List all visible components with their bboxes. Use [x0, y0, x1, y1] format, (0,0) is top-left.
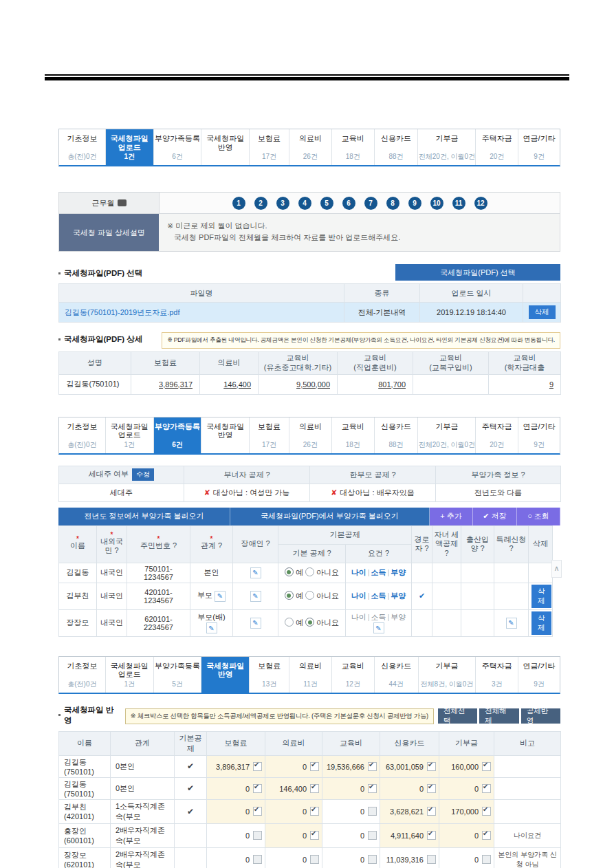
checkbox[interactable]: [310, 831, 319, 840]
tab-tabbar-upload-10[interactable]: 연금/기타9건: [518, 129, 560, 165]
tab-tabbar-reflect-1[interactable]: 국세청파일 업로드1건: [106, 657, 154, 693]
tab-tabbar-reflect-9[interactable]: 주택자금3건: [476, 657, 518, 693]
tab-tabbar-reflect-3[interactable]: 국세청파일 반영: [201, 657, 250, 693]
month-circle-1[interactable]: 1: [232, 197, 245, 210]
criteria-link-나이[interactable]: 나이: [351, 592, 366, 600]
checkbox[interactable]: [427, 831, 436, 840]
edit-pencil-icon[interactable]: ✎: [373, 622, 384, 633]
pdf-file-delete-button[interactable]: 삭제: [529, 305, 556, 319]
checkbox[interactable]: [253, 831, 262, 840]
reflect-button-0[interactable]: 전체선택: [438, 708, 477, 724]
criteria-link-나이[interactable]: 나이: [351, 568, 366, 576]
criteria-link-부양[interactable]: 부양: [391, 613, 406, 621]
tab-tabbar-upload-5[interactable]: 의료비26건: [289, 129, 332, 165]
month-circle-12[interactable]: 12: [474, 197, 487, 210]
tab-tabbar-upload-2[interactable]: 부양가족등록6건: [154, 129, 202, 165]
criteria-link-부양[interactable]: 부양: [391, 592, 406, 600]
tab-tabbar-family-0[interactable]: 기초정보총(전)0건: [59, 417, 106, 453]
action-button-1[interactable]: 국세청파일(PDF)에서 부양가족 불러오기: [230, 508, 430, 525]
checkbox[interactable]: [253, 855, 262, 864]
criteria-link-부양[interactable]: 부양: [391, 568, 406, 576]
checkbox[interactable]: [253, 807, 262, 816]
tab-tabbar-upload-4[interactable]: 보험료17건: [250, 129, 289, 165]
checkbox[interactable]: [482, 807, 491, 816]
tab-tabbar-family-6[interactable]: 교육비18건: [332, 417, 375, 453]
checkbox[interactable]: [310, 855, 319, 864]
checkbox[interactable]: [368, 807, 377, 816]
radio-yes[interactable]: [285, 567, 294, 576]
pdf-file-name[interactable]: 김길동(750101)-2019년도자료.pdf: [59, 303, 344, 323]
tab-tabbar-family-9[interactable]: 주택자금20건: [476, 417, 518, 453]
edit-pencil-icon[interactable]: ✎: [206, 622, 217, 633]
action-button-2[interactable]: + 추가: [430, 508, 473, 525]
radio-yes[interactable]: [285, 591, 294, 600]
month-circle-5[interactable]: 5: [320, 197, 333, 210]
criteria-link-소득[interactable]: 소득: [371, 568, 386, 576]
pdf-file-row[interactable]: 김길동(750101)-2019년도자료.pdf 전체-기본내역 2019.12…: [59, 303, 561, 323]
tab-tabbar-upload-6[interactable]: 교육비18건: [332, 129, 375, 165]
tab-tabbar-reflect-2[interactable]: 부양가족등록5건: [154, 657, 202, 693]
tooltip-icon[interactable]: [118, 199, 127, 206]
criteria-link-소득[interactable]: 소득: [371, 613, 386, 621]
edit-pencil-icon[interactable]: ✎: [250, 618, 261, 629]
tab-tabbar-family-5[interactable]: 의료비26건: [289, 417, 332, 453]
checkbox[interactable]: [427, 807, 436, 816]
tab-tabbar-family-2[interactable]: 부양가족등록6건: [154, 417, 202, 453]
edit-pencil-icon[interactable]: ✎: [506, 618, 517, 629]
checkbox[interactable]: [368, 831, 377, 840]
tab-tabbar-family-10[interactable]: 연금/기타9건: [518, 417, 560, 453]
edit-pencil-icon[interactable]: ✎: [250, 591, 261, 602]
action-button-4[interactable]: ○ 조회: [517, 508, 560, 525]
tab-tabbar-upload-9[interactable]: 주택자금20건: [476, 129, 518, 165]
checkbox[interactable]: [368, 784, 377, 793]
tab-tabbar-upload-0[interactable]: 기초정보총(전)0건: [59, 129, 106, 165]
criteria-link-나이[interactable]: 나이: [351, 613, 366, 621]
tab-tabbar-reflect-7[interactable]: 신용카드44건: [375, 657, 419, 693]
checkbox[interactable]: [310, 807, 319, 816]
action-button-3[interactable]: ✔ 저장: [473, 508, 517, 525]
tab-tabbar-reflect-4[interactable]: 보험료13건: [250, 657, 289, 693]
month-circle-6[interactable]: 6: [342, 197, 355, 210]
checkbox[interactable]: [427, 855, 436, 864]
tab-tabbar-upload-7[interactable]: 신용카드88건: [375, 129, 419, 165]
month-circle-8[interactable]: 8: [386, 197, 399, 210]
delete-button[interactable]: 삭제: [531, 585, 551, 608]
checkbox[interactable]: [253, 762, 262, 771]
tab-tabbar-family-1[interactable]: 국세청파일 업로드1건: [106, 417, 154, 453]
month-circle-10[interactable]: 10: [430, 197, 443, 210]
tab-tabbar-reflect-8[interactable]: 기부금전체8건, 이월0건: [419, 657, 476, 693]
checkbox[interactable]: [310, 762, 319, 771]
tab-tabbar-family-4[interactable]: 보험료17건: [250, 417, 289, 453]
tab-tabbar-family-8[interactable]: 기부금전체20건, 이월0건: [418, 417, 476, 453]
month-circle-4[interactable]: 4: [298, 197, 311, 210]
tab-tabbar-reflect-5[interactable]: 의료비11건: [289, 657, 332, 693]
tab-tabbar-upload-8[interactable]: 기부금전체20건, 이월0건: [418, 129, 476, 165]
radio-no[interactable]: [305, 618, 314, 627]
month-circle-11[interactable]: 11: [452, 197, 465, 210]
checkbox[interactable]: [427, 784, 436, 793]
action-button-0[interactable]: 전년도 정보에서 부양가족 불러오기: [58, 508, 230, 525]
radio-no[interactable]: [305, 567, 314, 576]
tab-tabbar-family-7[interactable]: 신용카드88건: [375, 417, 419, 453]
checkbox[interactable]: [427, 762, 436, 771]
scrollbar-up-icon[interactable]: ∧: [551, 560, 562, 578]
checkbox[interactable]: [253, 784, 262, 793]
checkbox[interactable]: [368, 855, 377, 864]
edit-pencil-icon[interactable]: ✎: [250, 567, 261, 578]
checkbox[interactable]: [310, 784, 319, 793]
month-circle-2[interactable]: 2: [254, 197, 267, 210]
tab-tabbar-reflect-6[interactable]: 교육비12건: [332, 657, 375, 693]
edit-button[interactable]: 수정: [132, 468, 154, 481]
radio-no[interactable]: [305, 591, 314, 600]
reflect-button-1[interactable]: 전체해제: [479, 708, 518, 724]
pdf-select-button[interactable]: 국세청파일(PDF) 선택: [395, 264, 560, 281]
checkbox[interactable]: [482, 784, 491, 793]
reflect-button-2[interactable]: 공제반영: [521, 708, 560, 724]
checkbox[interactable]: [482, 855, 491, 864]
tab-tabbar-family-3[interactable]: 국세청파일 반영: [201, 417, 250, 453]
tab-tabbar-reflect-0[interactable]: 기초정보총(전)0건: [59, 657, 106, 693]
criteria-link-소득[interactable]: 소득: [371, 592, 386, 600]
tab-tabbar-reflect-10[interactable]: 연금/기타9건: [518, 657, 560, 693]
delete-button[interactable]: 삭제: [531, 611, 551, 635]
radio-yes[interactable]: [285, 618, 294, 627]
